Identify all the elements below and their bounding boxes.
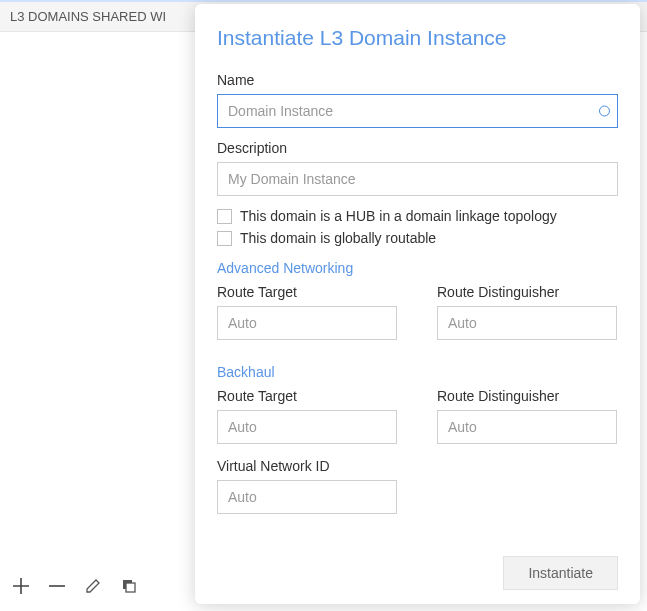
hub-checkbox[interactable]	[217, 209, 232, 224]
copy-button[interactable]	[118, 575, 140, 597]
advanced-networking-heading: Advanced Networking	[217, 260, 618, 276]
global-checkbox[interactable]	[217, 231, 232, 246]
remove-button[interactable]	[46, 575, 68, 597]
adv-route-distinguisher-input[interactable]	[437, 306, 617, 340]
vni-label: Virtual Network ID	[217, 458, 397, 474]
bottom-toolbar	[10, 575, 140, 597]
adv-route-distinguisher-label: Route Distinguisher	[437, 284, 617, 300]
name-label: Name	[217, 72, 618, 88]
modal-body: Name Description This domain is a HUB in…	[217, 68, 618, 542]
hub-checkbox-label: This domain is a HUB in a domain linkage…	[240, 208, 557, 224]
add-button[interactable]	[10, 575, 32, 597]
plus-icon	[12, 577, 30, 595]
description-label: Description	[217, 140, 618, 156]
name-input[interactable]	[217, 94, 618, 128]
minus-icon	[48, 577, 66, 595]
adv-route-target-input[interactable]	[217, 306, 397, 340]
bh-route-distinguisher-label: Route Distinguisher	[437, 388, 617, 404]
copy-icon	[121, 578, 137, 594]
global-checkbox-label: This domain is globally routable	[240, 230, 436, 246]
bh-route-distinguisher-input[interactable]	[437, 410, 617, 444]
clear-icon[interactable]	[599, 106, 610, 117]
svg-rect-1	[126, 583, 135, 592]
instantiate-modal: Instantiate L3 Domain Instance Name Desc…	[195, 4, 640, 604]
backhaul-heading: Backhaul	[217, 364, 618, 380]
modal-footer: Instantiate	[217, 542, 618, 590]
vni-input[interactable]	[217, 480, 397, 514]
pencil-icon	[85, 578, 101, 594]
adv-route-target-label: Route Target	[217, 284, 397, 300]
description-input[interactable]	[217, 162, 618, 196]
edit-button[interactable]	[82, 575, 104, 597]
bh-route-target-label: Route Target	[217, 388, 397, 404]
bh-route-target-input[interactable]	[217, 410, 397, 444]
modal-title: Instantiate L3 Domain Instance	[217, 26, 618, 50]
instantiate-button[interactable]: Instantiate	[503, 556, 618, 590]
